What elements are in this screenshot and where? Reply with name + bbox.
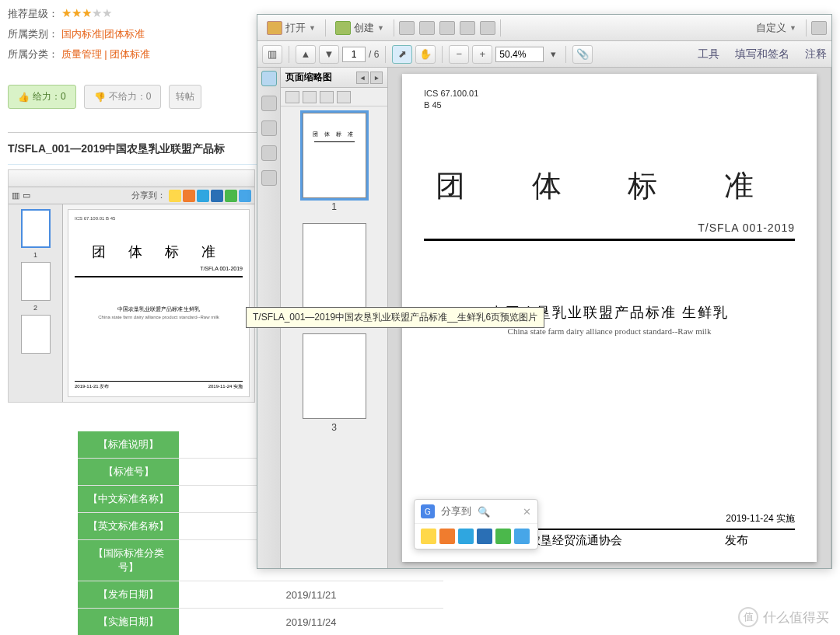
thumb-view-icon[interactable] bbox=[285, 91, 299, 103]
create-menu[interactable]: 创建▼ bbox=[331, 19, 389, 37]
select-tool-button[interactable]: ⬈ bbox=[392, 45, 412, 64]
open-menu[interactable]: 打开▼ bbox=[262, 19, 320, 37]
annotate-tab[interactable]: 注释 bbox=[805, 47, 827, 61]
attachment-icon[interactable] bbox=[261, 120, 277, 136]
export-icon[interactable] bbox=[439, 21, 455, 35]
thumb-num: 1 bbox=[331, 201, 337, 212]
thumb-print-icon[interactable] bbox=[303, 91, 317, 103]
page-heading: 团 体 标 准 bbox=[424, 166, 795, 206]
watermark-text: 什么值得买 bbox=[763, 609, 829, 626]
email-icon[interactable] bbox=[419, 21, 435, 35]
vote-bar: 👍给力：0 👎不给力：0 转帖 bbox=[8, 85, 257, 109]
page-total: / 6 bbox=[369, 49, 379, 60]
class-label: 所属分类： bbox=[8, 48, 58, 60]
thumb-rotate-icon[interactable] bbox=[337, 91, 351, 103]
page-ics-line: B 45 bbox=[424, 99, 795, 111]
zoom-in-button[interactable]: + bbox=[472, 45, 492, 64]
share-qq-icon[interactable] bbox=[197, 190, 209, 202]
thumbs-up-icon: 👍 bbox=[18, 92, 30, 103]
share-wechat-icon[interactable] bbox=[495, 529, 511, 544]
signature-icon[interactable] bbox=[261, 145, 277, 161]
table-key: 【国际标准分类号】 bbox=[78, 540, 179, 581]
zoom-level-input[interactable] bbox=[495, 47, 544, 62]
mini-page-sub: 中国农垦乳业联盟产品标准 生鲜乳 bbox=[75, 305, 243, 313]
category-value[interactable]: 国内标准|团体标准 bbox=[61, 28, 145, 40]
downvote-label: 不给力：0 bbox=[109, 90, 152, 103]
share-wechat-icon[interactable] bbox=[225, 190, 237, 202]
mini-share-bar: ▥ ▭ 分享到： bbox=[9, 187, 254, 204]
share-weibo-icon[interactable] bbox=[183, 190, 195, 202]
thumbpane-close-icon[interactable]: ▸ bbox=[370, 72, 383, 84]
sidebar-toggle-button[interactable]: ▥ bbox=[262, 45, 282, 64]
mini-toolbar bbox=[9, 170, 254, 187]
share-weibo-icon[interactable] bbox=[439, 529, 455, 544]
print-icon[interactable] bbox=[460, 21, 475, 35]
help-icon[interactable] bbox=[811, 21, 827, 35]
downvote-button[interactable]: 👎不给力：0 bbox=[84, 85, 162, 109]
pdf-thumbnail[interactable]: 团 体 标 准 bbox=[303, 113, 366, 198]
cloud-icon[interactable] bbox=[480, 21, 495, 35]
upvote-button[interactable]: 👍给力：0 bbox=[8, 85, 76, 109]
google-translate-icon[interactable]: G bbox=[421, 504, 435, 518]
bookmark-icon[interactable]: ▭ bbox=[23, 190, 30, 201]
save-icon[interactable] bbox=[399, 21, 415, 35]
mini-thumb-num: 2 bbox=[33, 304, 37, 312]
thumbpane-title: 页面缩略图 bbox=[285, 71, 332, 84]
share-more-icon[interactable] bbox=[239, 190, 251, 202]
star-icon: ★ bbox=[61, 6, 72, 19]
share-renren-icon[interactable] bbox=[477, 529, 492, 544]
mini-page-sub-en: China state farm dairy alliance product … bbox=[75, 315, 243, 319]
hand-tool-button[interactable]: ✋ bbox=[415, 45, 436, 64]
mini-thumb[interactable] bbox=[21, 315, 51, 354]
close-icon[interactable]: ✕ bbox=[523, 506, 531, 518]
page-ics-line: ICS 67.100.01 bbox=[424, 88, 795, 99]
share-popup-title: 分享到 bbox=[441, 504, 471, 518]
mini-thumb[interactable] bbox=[21, 209, 51, 248]
mini-thumbnail-strip: 1 2 bbox=[9, 204, 63, 402]
mini-page-code: T/SFLA 001-2019 bbox=[75, 266, 243, 271]
page-up-button[interactable]: ▲ bbox=[296, 45, 316, 64]
forward-button[interactable]: 转帖 bbox=[169, 85, 201, 109]
page-thumb-icon[interactable]: ▥ bbox=[12, 190, 19, 201]
customize-menu[interactable]: 自定义▼ bbox=[751, 19, 801, 37]
mini-thumb[interactable] bbox=[21, 262, 51, 301]
thumbpane-prev-icon[interactable]: ◂ bbox=[356, 72, 369, 84]
pdf-thumbnail[interactable] bbox=[303, 333, 366, 419]
class-value[interactable]: 质量管理 | 团体标准 bbox=[61, 48, 151, 60]
create-icon bbox=[335, 21, 351, 35]
bookmark-icon[interactable] bbox=[261, 96, 277, 111]
info-panel: 推荐星级： ★★★★★ 所属类别： 国内标准|团体标准 所属分类： 质量管理 |… bbox=[8, 0, 257, 403]
tag-icon[interactable] bbox=[261, 170, 277, 186]
page-down-button[interactable]: ▼ bbox=[319, 45, 339, 64]
zoom-out-button[interactable]: − bbox=[449, 45, 469, 64]
image-tooltip: T/SFLA_001—2019中国农垦乳业联盟产品标准__生鲜乳6页预览图片 bbox=[246, 307, 544, 328]
pdf-thumbnail[interactable] bbox=[303, 223, 366, 309]
star-icon: ★ bbox=[92, 6, 102, 19]
table-row: 【发布日期】2019/11/21 bbox=[78, 581, 443, 609]
zoom-dropdown-icon[interactable]: ▾ bbox=[547, 45, 559, 64]
chevron-down-icon: ▼ bbox=[377, 24, 384, 32]
smzdm-watermark: 值 什么值得买 bbox=[738, 607, 829, 627]
table-key: 【标准号】 bbox=[78, 459, 179, 486]
mini-ics: ICS 67.100.01 B 45 bbox=[75, 216, 243, 221]
tools-tab[interactable]: 工具 bbox=[698, 47, 719, 61]
page-pub-action: 发布 bbox=[725, 533, 748, 548]
share-favorite-icon[interactable] bbox=[421, 529, 436, 544]
share-favorite-icon[interactable] bbox=[169, 190, 181, 202]
attach-icon[interactable]: 📎 bbox=[572, 45, 593, 64]
thumb-num: 3 bbox=[331, 422, 337, 433]
sign-tab[interactable]: 填写和签名 bbox=[735, 47, 789, 61]
thumb-delete-icon[interactable] bbox=[320, 91, 334, 103]
thumbnails-icon[interactable] bbox=[261, 71, 277, 86]
share-renren-icon[interactable] bbox=[211, 190, 223, 202]
rating-label: 推荐星级： bbox=[8, 8, 58, 19]
share-label: 分享到： bbox=[131, 190, 166, 201]
share-qq-icon[interactable] bbox=[458, 529, 474, 544]
folder-open-icon bbox=[267, 21, 282, 35]
share-more-icon[interactable] bbox=[514, 529, 530, 544]
mini-page-view: ICS 67.100.01 B 45 团 体 标 准 T/SFLA 001-20… bbox=[68, 209, 250, 397]
search-icon[interactable]: 🔍 bbox=[478, 506, 490, 518]
page-number-input[interactable] bbox=[342, 47, 366, 62]
pdf-toolbar: ▥ ▲ ▼ / 6 ⬈ ✋ − + ▾ 📎 工具 填写和签名 注释 bbox=[257, 41, 831, 68]
mini-foot-left: 2019-11-21 发布 bbox=[75, 383, 109, 390]
